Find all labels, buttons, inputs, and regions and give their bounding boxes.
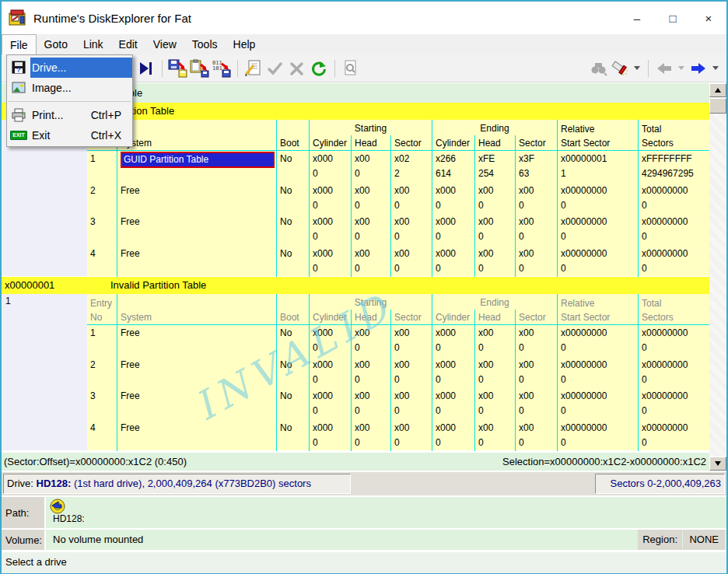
- cell-start-head[interactable]: x000: [351, 420, 390, 452]
- cell-system[interactable]: Free: [117, 357, 276, 389]
- cell-end-sector[interactable]: x000: [515, 214, 557, 246]
- menu-item-exit[interactable]: EXIT Exit Ctrl+X: [7, 125, 132, 145]
- copy-to-clipboard-button[interactable]: [189, 58, 211, 79]
- cell-total-sectors[interactable]: x000000000: [638, 214, 709, 246]
- cell-end-cylinder[interactable]: x0000: [432, 325, 474, 357]
- menu-goto[interactable]: Goto: [37, 34, 75, 54]
- cell-end-sector[interactable]: x000: [515, 357, 557, 389]
- cell-start-cylinder[interactable]: x0000: [309, 183, 351, 215]
- cell-end-sector[interactable]: x000: [515, 246, 557, 278]
- menu-item-drive[interactable]: ? Drive...: [7, 58, 132, 78]
- cell-boot[interactable]: No: [276, 325, 309, 357]
- cell-start-sector[interactable]: x000: [390, 214, 432, 246]
- cell-total-sectors[interactable]: x000000000: [638, 420, 709, 452]
- cell-start-head[interactable]: x000: [351, 214, 390, 246]
- cell-boot[interactable]: No: [276, 183, 309, 215]
- cell-end-cylinder[interactable]: x0000: [432, 357, 474, 389]
- cell-total-sectors[interactable]: xFFFFFFFF4294967295: [638, 151, 709, 183]
- minimize-button[interactable]: –: [619, 2, 655, 34]
- cell-system[interactable]: Free: [117, 388, 276, 420]
- scrollbar-thumb[interactable]: [709, 98, 726, 114]
- cell-boot[interactable]: No: [276, 388, 309, 420]
- scroll-down-button[interactable]: [709, 457, 726, 471]
- vertical-scrollbar[interactable]: [709, 83, 726, 471]
- cell-end-sector[interactable]: x000: [515, 388, 557, 420]
- cell-system[interactable]: GUID Partition Table: [117, 151, 276, 183]
- cell-entry-no[interactable]: 1: [87, 325, 117, 357]
- cell-start-head[interactable]: x000: [351, 183, 390, 215]
- edit-button[interactable]: [243, 58, 264, 79]
- cell-system[interactable]: Free: [117, 183, 276, 215]
- cell-relative-start-sector[interactable]: x000000000: [557, 325, 638, 357]
- menu-file[interactable]: File: [2, 34, 37, 54]
- cell-end-head[interactable]: x000: [474, 325, 515, 357]
- cell-start-sector[interactable]: x022: [390, 151, 432, 183]
- cell-start-head[interactable]: x000: [351, 388, 390, 420]
- cell-entry-no[interactable]: 1: [87, 151, 117, 183]
- apply-edits-button[interactable]: [264, 58, 286, 79]
- cell-relative-start-sector[interactable]: x000000000: [557, 183, 638, 215]
- cell-total-sectors[interactable]: x000000000: [638, 325, 709, 357]
- cell-entry-no[interactable]: 3: [87, 214, 117, 246]
- selected-cell[interactable]: GUID Partition Table: [121, 152, 275, 168]
- cell-relative-start-sector[interactable]: x000000000: [557, 246, 638, 278]
- cell-relative-start-sector[interactable]: x000000011: [557, 151, 638, 183]
- cell-entry-no[interactable]: 3: [87, 388, 117, 420]
- cell-end-cylinder[interactable]: x0000: [432, 420, 474, 452]
- menu-edit[interactable]: Edit: [111, 34, 145, 54]
- cell-system[interactable]: Free: [117, 214, 276, 246]
- close-button[interactable]: ×: [691, 2, 726, 34]
- cell-entry-no[interactable]: 2: [87, 183, 117, 215]
- cell-start-sector[interactable]: x000: [390, 183, 432, 215]
- cell-end-head[interactable]: x000: [474, 246, 515, 278]
- cell-total-sectors[interactable]: x000000000: [638, 357, 709, 389]
- cell-entry-no[interactable]: 2: [87, 357, 117, 389]
- cell-end-cylinder[interactable]: x0000: [432, 388, 474, 420]
- cell-end-head[interactable]: x000: [474, 357, 515, 389]
- discard-edits-button[interactable]: [286, 58, 308, 79]
- cell-end-sector[interactable]: x000: [515, 325, 557, 357]
- cell-start-cylinder[interactable]: x0000: [309, 246, 351, 278]
- scroll-up-button[interactable]: [709, 83, 726, 97]
- cell-end-cylinder[interactable]: x0000: [432, 246, 474, 278]
- cell-start-sector[interactable]: x000: [390, 325, 432, 357]
- cell-start-sector[interactable]: x000: [390, 357, 432, 389]
- cell-end-head[interactable]: xFE254: [474, 151, 515, 183]
- forward-button[interactable]: [688, 58, 709, 79]
- cell-start-cylinder[interactable]: x0000: [309, 388, 351, 420]
- cell-start-head[interactable]: x000: [351, 357, 390, 389]
- cell-start-cylinder[interactable]: x0000: [309, 420, 351, 452]
- cell-end-head[interactable]: x000: [474, 214, 515, 246]
- cell-end-cylinder[interactable]: x0000: [432, 183, 474, 215]
- cell-end-sector[interactable]: x000: [515, 183, 557, 215]
- cell-total-sectors[interactable]: x000000000: [638, 388, 709, 420]
- undo-button[interactable]: [308, 58, 330, 79]
- menu-help[interactable]: Help: [226, 34, 264, 54]
- cell-relative-start-sector[interactable]: x000000000: [557, 420, 638, 452]
- cell-start-sector[interactable]: x000: [390, 420, 432, 452]
- cell-start-head[interactable]: x000: [351, 246, 390, 278]
- cell-end-cylinder[interactable]: x266614: [432, 151, 474, 183]
- cell-relative-start-sector[interactable]: x000000000: [557, 214, 638, 246]
- flashlight-button[interactable]: [609, 58, 631, 79]
- menu-item-image[interactable]: Image...: [7, 78, 132, 98]
- cell-system[interactable]: Free: [117, 420, 276, 452]
- cell-start-cylinder[interactable]: x0000: [309, 214, 351, 246]
- cell-entry-no[interactable]: 4: [87, 420, 117, 452]
- cell-relative-start-sector[interactable]: x000000000: [557, 388, 638, 420]
- cell-end-cylinder[interactable]: x0000: [432, 214, 474, 246]
- cell-boot[interactable]: No: [276, 420, 309, 452]
- menu-item-print[interactable]: Print... Ctrl+P: [7, 105, 132, 125]
- cell-boot[interactable]: No: [276, 246, 309, 278]
- cell-system[interactable]: Free: [117, 246, 276, 278]
- cell-start-sector[interactable]: x000: [390, 388, 432, 420]
- cell-start-head[interactable]: x000: [351, 151, 390, 183]
- search-button[interactable]: [587, 58, 609, 79]
- cell-total-sectors[interactable]: x000000000: [638, 183, 709, 215]
- cell-boot[interactable]: No: [276, 151, 309, 183]
- forward-dropdown-caret[interactable]: [712, 66, 719, 70]
- cell-boot[interactable]: No: [276, 357, 309, 389]
- menu-link[interactable]: Link: [75, 34, 111, 54]
- write-binary-to-file-button[interactable]: 011 101: [211, 58, 233, 79]
- hd128-drive-icon[interactable]: [50, 499, 65, 514]
